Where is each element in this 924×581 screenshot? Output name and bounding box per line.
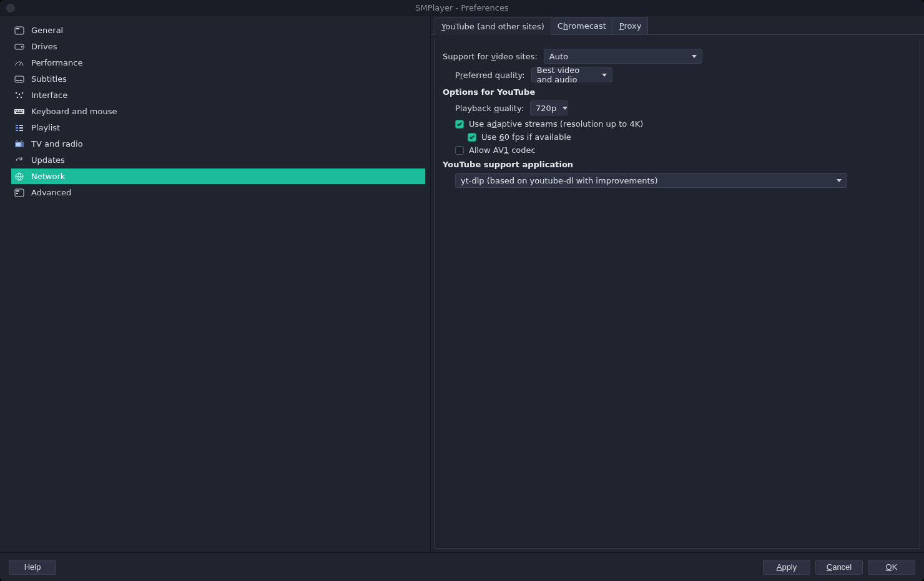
sidebar-item-performance[interactable]: Performance [11,55,425,71]
svg-rect-6 [19,80,22,81]
sidebar-item-subtitles[interactable]: Subtitles [11,71,425,87]
adaptive-streams-checkbox[interactable]: Use adaptive streams (resolution up to 4… [455,119,643,129]
svg-point-11 [21,96,22,98]
combo-value: yt-dlp (based on youtube-dl with improve… [461,176,657,185]
sidebar-item-label: Performance [31,58,82,67]
keyboard-icon [14,107,25,117]
checkbox-box [468,133,476,142]
tab-label: Proxy [619,21,642,31]
chevron-down-icon [692,55,697,58]
tab-label: Chromecast [558,21,606,31]
svg-rect-16 [21,110,22,111]
tab-youtube[interactable]: YouTube (and other sites) [435,17,551,35]
svg-point-8 [19,93,21,95]
combo-value: Best video and audio [537,66,596,84]
sidebar-item-drives[interactable]: Drives [11,39,425,54]
svg-rect-14 [17,110,18,111]
footer: Help Apply Cancel OK [0,552,924,581]
sidebar-item-label: General [31,26,63,35]
svg-point-9 [22,92,24,94]
svg-rect-12 [14,109,24,114]
svg-rect-13 [16,110,17,111]
window-title: SMPlayer - Preferences [415,3,508,12]
chevron-down-icon [563,107,568,110]
sidebar-item-keyboard-mouse[interactable]: Keyboard and mouse [11,104,425,119]
tab-label: YouTube (and other sites) [441,22,544,31]
sidebar-list: General Drives Performance [11,22,425,200]
preferred-quality-label: Preferred quality: [455,71,525,80]
sidebar-item-label: Keyboard and mouse [31,107,117,116]
subtitles-icon [14,74,25,84]
sidebar-item-interface[interactable]: Interface [11,87,425,103]
checkbox-label: Use 60 fps if available [481,132,571,142]
svg-rect-17 [22,110,23,111]
sidebar-item-label: Interface [31,90,67,100]
svg-rect-1 [16,28,19,29]
allow-av1-checkbox[interactable]: Allow AV1 codec [455,145,536,155]
preferred-quality-combobox[interactable]: Best video and audio [531,67,612,82]
sidebar: General Drives Performance [0,16,431,552]
checkbox-label: Use adaptive streams (resolution up to 4… [469,119,643,129]
sidebar-item-advanced[interactable]: Advanced [11,185,425,200]
settings-window-icon [14,26,25,36]
yt-support-app-combobox[interactable]: yt-dlp (based on youtube-dl with improve… [455,173,847,188]
cancel-button[interactable]: Cancel [815,560,863,575]
tab-chromecast[interactable]: Chromecast [551,17,613,34]
tabs: YouTube (and other sites) Chromecast Pro… [431,16,924,35]
sidebar-item-updates[interactable]: Updates [11,152,425,168]
advanced-icon [14,188,25,198]
support-video-sites-combobox[interactable]: Auto [544,49,702,64]
combo-value: 720p [536,104,556,113]
chevron-down-icon [837,179,842,182]
sidebar-item-label: Drives [31,42,57,51]
svg-point-7 [16,92,17,94]
options-youtube-title: Options for YouTube [443,87,912,97]
right-panel: YouTube (and other sites) Chromecast Pro… [431,16,924,552]
help-button[interactable]: Help [9,560,56,575]
svg-rect-18 [16,112,22,113]
sidebar-item-label: Subtitles [31,74,67,84]
tv-icon [14,139,25,149]
checkbox-label: Allow AV1 codec [469,145,536,155]
svg-rect-20 [16,142,21,146]
disk-icon [14,42,25,52]
support-label: Support for video sites: [443,52,538,61]
tab-page-youtube: Support for video sites: Auto Preferred … [435,39,920,549]
titlebar: SMPlayer - Preferences [0,0,924,16]
sidebar-item-tv-radio[interactable]: TV and radio [11,136,425,152]
content: General Drives Performance [0,16,924,552]
svg-rect-24 [16,193,18,194]
playback-quality-combobox[interactable]: 720p [530,100,568,115]
use-60fps-checkbox[interactable]: Use 60 fps if available [468,132,571,142]
playlist-icon [14,123,25,133]
globe-icon [14,172,25,182]
svg-rect-15 [19,110,20,111]
sidebar-item-general[interactable]: General [11,22,425,38]
checkbox-box [455,146,464,155]
svg-rect-0 [15,27,24,34]
window-control-dot[interactable] [6,4,15,12]
yt-support-app-title: YouTube support application [443,160,912,169]
tab-proxy[interactable]: Proxy [612,17,649,34]
preferences-window: SMPlayer - Preferences General Drives [0,0,924,581]
update-icon [14,155,25,165]
sidebar-item-label: TV and radio [31,139,83,149]
combo-value: Auto [549,52,568,61]
interface-icon [14,90,25,100]
svg-point-10 [17,96,19,98]
sidebar-item-playlist[interactable]: Playlist [11,120,425,135]
button-label: Help [24,562,41,572]
ok-button[interactable]: OK [868,560,915,575]
sidebar-item-label: Network [31,172,65,181]
svg-rect-23 [16,190,19,192]
playback-quality-label: Playback quality: [455,104,524,113]
svg-point-3 [21,46,22,47]
sidebar-item-label: Playlist [31,123,60,132]
sidebar-item-label: Advanced [31,188,71,197]
sidebar-item-label: Updates [31,155,65,165]
svg-rect-4 [15,76,24,82]
svg-rect-5 [16,80,19,81]
sidebar-item-network[interactable]: Network [11,168,425,184]
chevron-down-icon [602,74,607,77]
apply-button[interactable]: Apply [763,560,810,575]
